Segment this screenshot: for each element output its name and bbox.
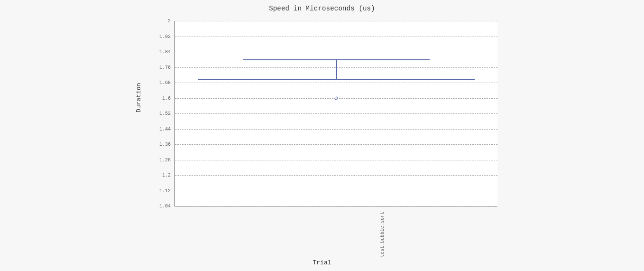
y-tick-label: 1.44 [152,126,171,131]
chart-title: Speed in Microseconds (us) [0,5,644,12]
gridline [175,37,497,37]
gridline [175,144,497,145]
y-tick-label: 1.76 [152,65,171,70]
gridline [175,21,497,21]
y-tick-label: 1.36 [152,142,171,147]
whisker-cap-lower [198,79,475,80]
y-tick-label: 1.84 [152,49,171,55]
y-tick-label: 2 [152,19,171,24]
gridline [175,129,497,130]
gridline [175,191,497,191]
x-tick-label: test_bubble_sort [380,212,385,257]
outlier-point [335,96,338,100]
y-tick-label: 1.28 [152,157,171,162]
gridline [175,83,497,83]
y-tick-label: 1.92 [152,34,171,39]
gridline [175,113,497,114]
gridline [175,175,497,176]
x-axis-label: Trial [0,259,644,266]
y-tick-label: 1.04 [152,204,171,209]
plot-area [175,21,497,206]
y-tick-label: 1.2 [152,173,171,178]
y-axis-label: Duration [135,83,142,112]
y-tick-label: 1.12 [152,188,171,193]
gridline [175,52,497,52]
whisker-stem [336,59,337,79]
chart-stage: Speed in Microseconds (us) Duration Tria… [0,0,644,271]
y-tick-label: 1.6 [152,95,171,101]
gridline [175,160,497,160]
gridline [175,206,497,206]
y-tick-label: 1.68 [152,80,171,85]
y-tick-label: 1.52 [152,111,171,116]
